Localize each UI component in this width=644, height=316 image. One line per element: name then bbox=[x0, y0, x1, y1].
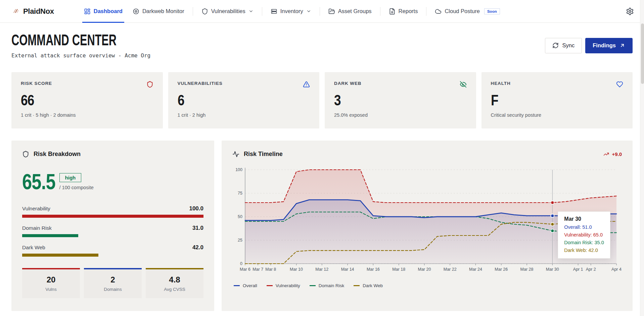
plaidnox-logo-icon bbox=[13, 8, 19, 14]
sync-button[interactable]: Sync bbox=[545, 38, 582, 53]
trend-delta: +9.0 bbox=[603, 151, 622, 157]
svg-text:Mar 18: Mar 18 bbox=[392, 267, 405, 272]
stat-cards-row: RISK SCORE 66 1 crit · 5 high · 2 domain… bbox=[11, 72, 633, 128]
nav-label: Inventory bbox=[280, 8, 303, 14]
stat-card-health: HEALTH F Critical security posture bbox=[481, 72, 633, 128]
nav-divider bbox=[320, 7, 320, 16]
card-label: VULNERABILITIES bbox=[178, 81, 223, 86]
legend-swatch bbox=[234, 285, 240, 286]
nav-item-reports[interactable]: Reports bbox=[384, 0, 423, 22]
chart-tooltip: Mar 30Overall: 51.0Vulnerability: 65.0Do… bbox=[558, 211, 610, 259]
meter-label: Domain Risk bbox=[22, 225, 52, 231]
nav-item-dashboard[interactable]: Dashboard bbox=[79, 0, 128, 22]
mini-stat-label: Avg CVSS bbox=[146, 287, 203, 292]
vertical-scrollbar-track[interactable] bbox=[640, 0, 644, 316]
arrow-up-right-icon bbox=[619, 43, 625, 48]
findings-button[interactable]: Findings bbox=[585, 38, 633, 53]
nav-label: Vulnerabilities bbox=[211, 8, 245, 14]
risk-timeline-panel: Risk Timeline +9.0 0255075100Mar 6Mar 7M… bbox=[222, 141, 633, 311]
svg-text:100: 100 bbox=[235, 167, 242, 172]
nav-label: Darkweb Monitor bbox=[142, 8, 184, 14]
tooltip-date: Mar 30 bbox=[564, 216, 604, 222]
nav-label: Dashboard bbox=[94, 8, 123, 14]
server-icon bbox=[271, 8, 277, 15]
legend-item-overall: Overall bbox=[234, 283, 257, 288]
legend-item-dark-web: Dark Web bbox=[354, 283, 383, 288]
card-sub: 25.0% exposed bbox=[334, 112, 467, 118]
nav-label: Asset Groups bbox=[338, 8, 372, 14]
svg-text:Apr 4: Apr 4 bbox=[611, 267, 622, 272]
page-header: COMMAND CENTER External attack surface o… bbox=[11, 32, 633, 59]
tooltip-row-dark-web: Dark Web: 42.0 bbox=[564, 248, 604, 253]
meter-bar bbox=[22, 254, 98, 257]
meter-vulnerability: Vulnerability 100.0 bbox=[22, 205, 203, 218]
card-value: F bbox=[491, 92, 602, 109]
card-label: RISK SCORE bbox=[21, 81, 52, 86]
panel-title: Risk Breakdown bbox=[34, 151, 81, 158]
cursor-dot-dark-web bbox=[551, 222, 554, 226]
meter-value: 31.0 bbox=[192, 225, 203, 231]
card-sub: 1 crit · 2 high bbox=[178, 112, 310, 118]
legend-item-vulnerability: Vulnerability bbox=[267, 283, 300, 288]
card-label: HEALTH bbox=[491, 81, 511, 86]
shield-icon bbox=[201, 8, 208, 15]
cursor-dot-domain-risk bbox=[551, 229, 554, 232]
svg-text:Mar 10: Mar 10 bbox=[290, 267, 303, 272]
nav-label: Cloud Posture bbox=[445, 8, 480, 14]
chevron-down-icon bbox=[248, 9, 254, 14]
settings-button[interactable] bbox=[626, 7, 634, 15]
svg-text:Mar 26: Mar 26 bbox=[495, 267, 508, 272]
meter-domain-risk: Domain Risk 31.0 bbox=[22, 225, 203, 237]
shield-icon bbox=[22, 151, 29, 158]
nav-item-asset-groups[interactable]: Asset Groups bbox=[323, 0, 377, 22]
nav-divider bbox=[193, 7, 193, 16]
card-value: 66 bbox=[21, 92, 132, 109]
main-nav: Dashboard Darkweb Monitor Vulnerabilitie… bbox=[79, 0, 505, 22]
stat-card-risk-score: RISK SCORE 66 1 crit · 5 high · 2 domain… bbox=[11, 72, 163, 128]
legend-label: Vulnerability bbox=[276, 283, 300, 288]
chevron-down-icon bbox=[306, 9, 311, 14]
heart-icon bbox=[616, 81, 623, 88]
card-label: DARK WEB bbox=[334, 81, 361, 86]
topbar: PlaidNox Dashboard Darkweb Monitor Vulne… bbox=[0, 0, 644, 23]
vertical-scrollbar-thumb[interactable] bbox=[641, 23, 644, 84]
nav-item-darkweb-monitor[interactable]: Darkweb Monitor bbox=[128, 0, 189, 22]
legend-label: Overall bbox=[243, 283, 257, 288]
svg-text:Mar 24: Mar 24 bbox=[469, 267, 482, 272]
nav-item-inventory[interactable]: Inventory bbox=[266, 0, 316, 22]
brand-name: PlaidNox bbox=[23, 7, 54, 16]
svg-text:75: 75 bbox=[238, 191, 242, 196]
svg-text:Mar 12: Mar 12 bbox=[315, 267, 328, 272]
chart-legend: OverallVulnerabilityDomain RiskDark Web bbox=[232, 283, 622, 288]
file-text-icon bbox=[389, 8, 396, 15]
nav-divider bbox=[380, 7, 380, 16]
activity-icon bbox=[232, 151, 239, 158]
card-value: 3 bbox=[334, 92, 445, 109]
mini-stat-vulns: 20 Vulns bbox=[22, 268, 80, 298]
folder-icon bbox=[328, 8, 335, 15]
svg-text:50: 50 bbox=[238, 214, 242, 219]
svg-text:Mar 8: Mar 8 bbox=[265, 267, 276, 272]
card-sub: 1 crit · 5 high · 2 domains bbox=[21, 112, 153, 118]
composite-score: 65.5 bbox=[22, 173, 55, 191]
card-value: 6 bbox=[178, 92, 289, 109]
severity-badge: high bbox=[59, 173, 82, 182]
mini-stat-value: 2 bbox=[84, 275, 142, 284]
stat-card-vulnerabilities: VULNERABILITIES 6 1 crit · 2 high bbox=[168, 72, 320, 128]
trending-up-icon bbox=[603, 151, 609, 157]
meter-label: Dark Web bbox=[22, 245, 45, 251]
nav-item-cloud-posture[interactable]: Cloud Posture Soon bbox=[430, 0, 505, 22]
svg-text:25: 25 bbox=[238, 238, 242, 243]
shield-icon bbox=[146, 81, 153, 88]
svg-text:0: 0 bbox=[240, 261, 242, 266]
cursor-dot-vulnerability bbox=[551, 201, 554, 204]
timeline-chart-area[interactable]: 0255075100Mar 6Mar 7Mar 8Mar 10Mar 12Mar… bbox=[232, 165, 622, 279]
nav-item-vulnerabilities[interactable]: Vulnerabilities bbox=[196, 0, 259, 22]
tooltip-row-overall: Overall: 51.0 bbox=[564, 224, 604, 230]
page-subtitle: External attack surface overview - Acme … bbox=[11, 52, 162, 59]
legend-label: Dark Web bbox=[363, 283, 383, 288]
mini-stat-label: Vulns bbox=[22, 287, 80, 292]
panel-title: Risk Timeline bbox=[244, 151, 283, 158]
page-title: COMMAND CENTER bbox=[11, 32, 117, 48]
page-content: COMMAND CENTER External attack surface o… bbox=[0, 32, 644, 311]
